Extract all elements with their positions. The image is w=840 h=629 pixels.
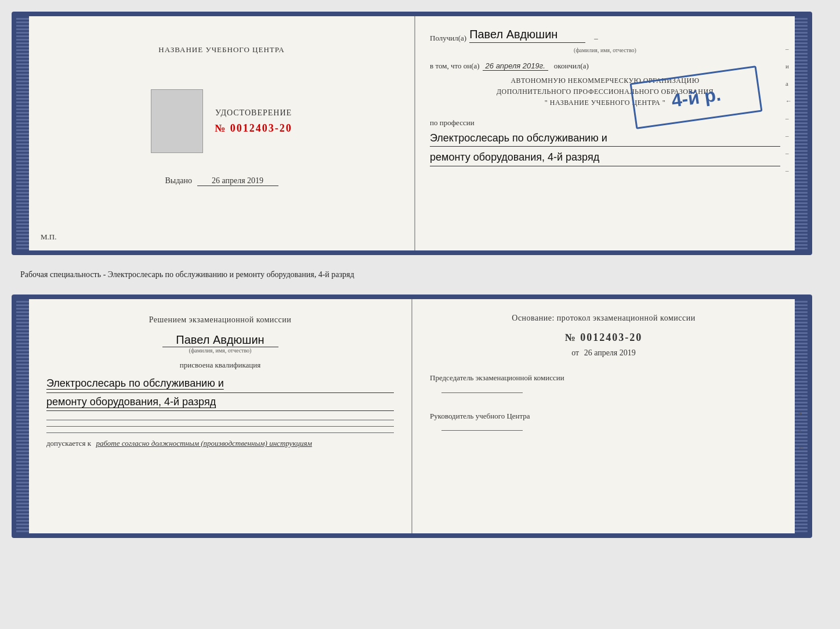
photo-placeholder — [151, 89, 203, 153]
cert-block: УДОСТОВЕРЕНИЕ № 0012403-20 — [151, 89, 292, 153]
rukovoditel-sig-line — [441, 430, 523, 431]
cert-label: УДОСТОВЕРЕНИЕ — [215, 108, 292, 118]
top-document: НАЗВАНИЕ УЧЕБНОГО ЦЕНТРА УДОСТОВЕРЕНИЕ №… — [12, 12, 812, 255]
issued-date: 26 апреля 2019 — [197, 176, 278, 186]
profession-line2: ремонту оборудования, 4-й разряд — [430, 149, 780, 166]
cert-number: № 0012403-20 — [215, 122, 292, 134]
training-center-title: НАЗВАНИЕ УЧЕБНОГО ЦЕНТРА — [158, 45, 284, 54]
kvalif-label: присвоена квалификация — [46, 361, 394, 370]
kvalif-line2: ремонту оборудования, 4-й разряд — [46, 393, 394, 412]
rukovoditel-section: Руководитель учебного Центра — [430, 410, 777, 431]
protocol-date: от 26 апреля 2019 — [430, 348, 777, 358]
spine-left — [16, 16, 29, 250]
kvalif-line1: Электрослесарь по обслуживанию и — [46, 375, 394, 393]
bottom-right-page: Основание: протокол экзаменационной коми… — [412, 299, 795, 533]
osnov-title: Основание: протокол экзаменационной коми… — [430, 314, 777, 323]
page-wrapper: НАЗВАНИЕ УЧЕБНОГО ЦЕНТРА УДОСТОВЕРЕНИЕ №… — [12, 12, 828, 538]
rukovoditel-label: Руководитель учебного Центра — [430, 410, 777, 422]
chairman-section: Председатель экзаменационной комиссии — [430, 372, 777, 393]
person-name: Павел Авдюшин — [162, 333, 278, 347]
допускается-value: работе согласно должностным (производств… — [96, 439, 312, 448]
okonchill-label: окончил(а) — [554, 61, 589, 71]
commission-title: Решением экзаменационной комиссии — [46, 314, 394, 326]
middle-text: Рабочая специальность - Электрослесарь п… — [12, 266, 812, 284]
recipient-name: Павел Авдюшин — [469, 28, 585, 43]
right-side-marks: – и а ← – – – – — [785, 45, 792, 174]
issued-label: Выдано — [165, 176, 192, 185]
line1 — [46, 420, 394, 420]
top-right-page: Получил(а) Павел Авдюшин – (фамилия, имя… — [415, 16, 795, 250]
stamp-number: 4-й р. — [670, 83, 722, 112]
protocol-number: № 0012403-20 — [430, 332, 777, 344]
bottom-document: Решением экзаменационной комиссии Павел … — [12, 294, 812, 538]
fio-hint: (фамилия, имя, отчество) — [189, 347, 252, 354]
received-line: Получил(а) Павел Авдюшин – — [430, 28, 780, 43]
profession-section: по профессии Электрослесарь по обслужива… — [430, 118, 780, 167]
specialty-text: Рабочая специальность - Электрослесарь п… — [20, 270, 354, 279]
top-left-page: НАЗВАНИЕ УЧЕБНОГО ЦЕНТРА УДОСТОВЕРЕНИЕ №… — [29, 16, 415, 250]
profession-line1: Электрослесарь по обслуживанию и — [430, 130, 780, 147]
bottom-lines — [46, 420, 394, 433]
chairman-sig-line — [441, 392, 523, 393]
dash-label: – — [594, 34, 598, 43]
mp-label: М.П. — [41, 232, 56, 242]
vtom-date: 26 апреля 2019г. — [483, 61, 548, 71]
profession-label: по профессии — [430, 118, 780, 128]
name-hint: (фамилия, имя, отчество) — [430, 47, 780, 53]
допускается-text: допускается к работе согласно должностны… — [46, 439, 394, 448]
line3 — [46, 432, 394, 433]
spine-right — [795, 16, 808, 250]
issued-section: Выдано 26 апреля 2019 — [165, 176, 278, 186]
received-label: Получил(а) — [430, 34, 466, 43]
right-marks-bottom: – – – и а ← – – – – — [798, 357, 805, 521]
vtom-label: в том, что он(а) — [430, 61, 480, 71]
line2 — [46, 426, 394, 427]
cert-info: УДОСТОВЕРЕНИЕ № 0012403-20 — [215, 108, 292, 134]
допускается-label: допускается к — [46, 439, 91, 448]
person-block: Павел Авдюшин (фамилия, имя, отчество) — [46, 329, 394, 354]
spine-left-bottom — [16, 299, 29, 533]
bottom-left-page: Решением экзаменационной комиссии Павел … — [29, 299, 412, 533]
chairman-label: Председатель экзаменационной комиссии — [430, 372, 777, 384]
protocol-date-value: 26 апреля 2019 — [584, 348, 636, 357]
from-label: от — [571, 348, 579, 357]
kvalif-block: Электрослесарь по обслуживанию и ремонту… — [46, 375, 394, 411]
